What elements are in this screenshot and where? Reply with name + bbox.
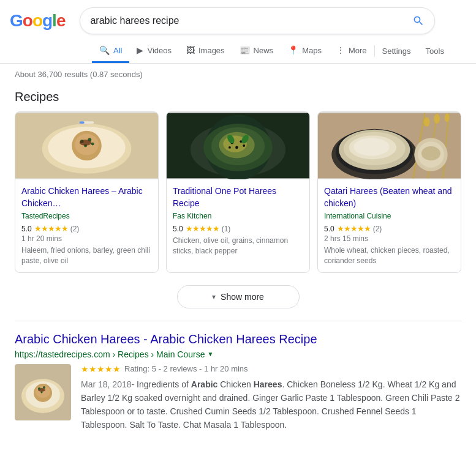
rating-count-1: (2) [70, 225, 80, 233]
recipe-image-svg-2 [167, 112, 309, 179]
more-icon: ⋮ [336, 45, 345, 55]
result-rating-text: Rating: 5 - 2 reviews - 1 hr 20 mins [124, 364, 248, 373]
videos-icon: ▶ [137, 45, 143, 55]
logo-g2: g [42, 11, 52, 31]
recipe-card-1[interactable]: Arabic Chicken Harees – Arabic Chicken… … [15, 111, 159, 273]
result-text-content: ★★★★★ Rating: 5 - 2 reviews - 1 hr 20 mi… [81, 364, 461, 431]
tab-maps-label: Maps [302, 46, 322, 55]
logo-g: G [10, 11, 23, 31]
svg-point-23 [229, 146, 231, 149]
logo-o1: o [23, 11, 32, 31]
stars-3: ★★★★★ [337, 224, 371, 233]
recipe-ingredients-2: Chicken, olive oil, grains, cinnamon sti… [173, 236, 303, 256]
recipe-rating-3: 5.0 ★★★★★ (2) [324, 224, 455, 233]
nav-tools[interactable]: Tools [418, 40, 451, 62]
recipe-image-svg-3 [318, 112, 461, 179]
logo-e: e [56, 11, 66, 31]
tab-maps[interactable]: 📍 Maps [281, 39, 329, 63]
recipe-image-svg-1 [15, 112, 158, 179]
svg-point-8 [91, 143, 94, 146]
results-count: About 36,700 results (0.87 seconds) [0, 64, 476, 85]
news-icon: 📰 [240, 45, 250, 55]
svg-point-31 [434, 114, 440, 124]
recipe-source-2: Fas Kitchen [173, 212, 303, 220]
tab-videos-label: Videos [147, 46, 172, 55]
svg-point-38 [353, 138, 389, 155]
recipe-title-2[interactable]: Traditional One Pot Harees Recipe [173, 185, 303, 209]
images-icon: 🖼 [186, 45, 195, 55]
search-bar[interactable] [80, 7, 435, 34]
tab-images[interactable]: 🖼 Images [179, 39, 232, 63]
recipe-image-1 [15, 112, 158, 179]
recipes-section: Recipes [0, 85, 476, 321]
tab-news[interactable]: 📰 News [232, 39, 281, 63]
search-input[interactable] [90, 15, 412, 26]
logo-l: l [52, 11, 56, 31]
logo-o2: o [32, 11, 42, 31]
chevron-down-icon: ▾ [212, 293, 216, 301]
rating-count-2: (1) [222, 225, 231, 233]
tab-all-label: All [113, 46, 122, 55]
snippet-bold-arabic: Arabic [191, 379, 218, 389]
all-icon: 🔍 [99, 45, 110, 55]
stars-1: ★★★★★ [34, 224, 68, 233]
header: Google [0, 0, 476, 34]
nav-right: Settings Tools [374, 40, 451, 62]
recipe-rating-1: 5.0 ★★★★★ (2) [21, 224, 152, 233]
tab-videos[interactable]: ▶ Videos [129, 39, 179, 63]
recipe-image-2 [167, 112, 309, 179]
result-url-dropdown-icon[interactable]: ▼ [207, 351, 213, 357]
svg-point-32 [445, 114, 450, 122]
recipe-ingredients-1: Haleem, fried onions, barley, green chil… [21, 245, 152, 266]
recipe-ingredients-3: Whole wheat, chicken pieces, roasted, co… [324, 245, 455, 266]
show-more-label: Show more [221, 292, 264, 302]
result-title[interactable]: Arabic Chicken Harees - Arabic Chicken H… [15, 331, 461, 347]
rating-value-3: 5.0 [324, 225, 334, 233]
show-more-button[interactable]: ▾ Show more [177, 285, 300, 308]
search-button[interactable] [412, 15, 425, 27]
result-thumbnail-img [15, 364, 71, 420]
stars-2: ★★★★★ [186, 224, 219, 233]
tab-images-label: Images [198, 46, 225, 55]
tab-news-label: News [254, 46, 274, 55]
result-date: Mar 18, 2018 [81, 379, 132, 389]
recipe-title-1[interactable]: Arabic Chicken Harees – Arabic Chicken… [21, 185, 152, 209]
result-url: https://tastedrecipes.com › Recipes › Ma… [15, 349, 461, 359]
svg-point-49 [43, 386, 45, 389]
tab-more[interactable]: ⋮ More [329, 39, 374, 63]
recipe-card-2[interactable]: Traditional One Pot Harees Recipe Fas Ki… [166, 111, 310, 273]
result-with-thumbnail: ★★★★★ Rating: 5 - 2 reviews - 1 hr 20 mi… [15, 364, 461, 431]
snippet-intro: - Ingredients of [132, 379, 191, 389]
svg-point-48 [38, 387, 40, 390]
result-thumbnail [15, 364, 71, 420]
recipe-title-3[interactable]: Qatari Harees (Beaten wheat and chicken) [324, 185, 455, 209]
snippet-bold-harees: Harees [254, 379, 282, 389]
result-url-text: https://tastedrecipes.com › Recipes › Ma… [15, 349, 205, 359]
recipe-source-1: TastedRecipes [21, 212, 152, 220]
svg-point-22 [243, 144, 245, 147]
nav-settings[interactable]: Settings [375, 40, 418, 62]
recipe-source-3: International Cuisine [324, 212, 455, 220]
result-stars: ★★★★★ [81, 364, 121, 374]
show-more-wrapper: ▾ Show more [0, 273, 476, 321]
svg-point-21 [235, 146, 238, 149]
recipes-section-title: Recipes [0, 85, 476, 111]
tab-all[interactable]: 🔍 All [92, 39, 129, 63]
svg-point-41 [421, 146, 440, 160]
svg-point-50 [41, 391, 43, 393]
recipe-time-1: 1 hr 20 mins [21, 234, 152, 243]
rating-value-1: 5.0 [21, 225, 32, 233]
search-icon [412, 15, 425, 27]
google-logo: Google [10, 11, 65, 31]
recipe-rating-2: 5.0 ★★★★★ (1) [173, 224, 303, 233]
recipes-container: Arabic Chicken Harees – Arabic Chicken… … [0, 111, 476, 273]
recipe-info-1: Arabic Chicken Harees – Arabic Chicken… … [15, 179, 158, 272]
rating-value-2: 5.0 [173, 225, 183, 233]
recipe-card-3[interactable]: Qatari Harees (Beaten wheat and chicken)… [317, 111, 461, 273]
result-snippet: Mar 18, 2018- Ingredients of Arabic Chic… [81, 378, 461, 431]
result-rating-line: ★★★★★ Rating: 5 - 2 reviews - 1 hr 20 mi… [81, 364, 461, 374]
rating-count-3: (2) [373, 225, 382, 233]
svg-point-30 [424, 117, 430, 127]
maps-icon: 📍 [288, 45, 298, 55]
svg-point-9 [80, 140, 91, 146]
